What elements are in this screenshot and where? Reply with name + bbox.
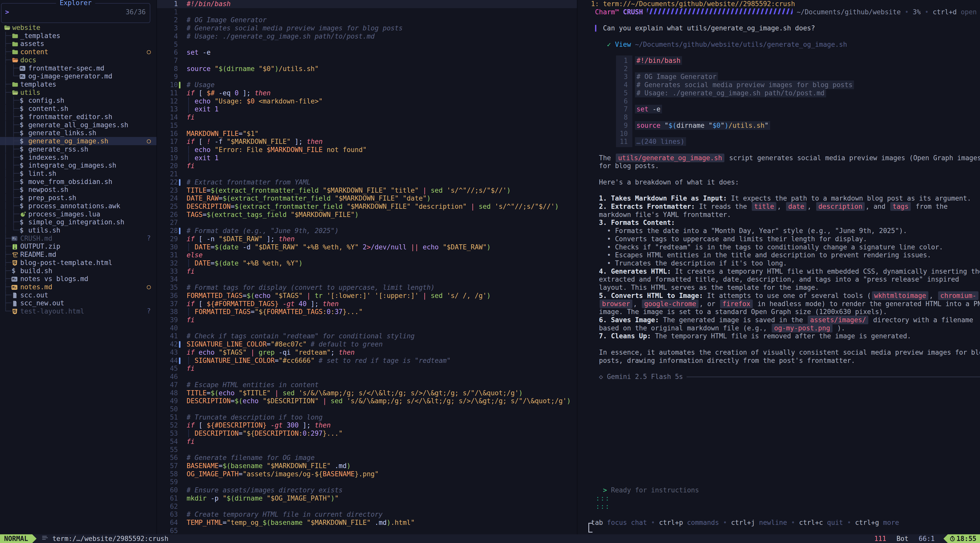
file-explorer-pane[interactable]: Explorer > 36/36 website├─_templates├─as…: [0, 0, 156, 534]
code-line[interactable]: 55: [157, 446, 577, 454]
tree-item-frontmatter-editor-sh[interactable]: │ ├─$frontmatter_editor.sh: [0, 113, 156, 121]
code-line[interactable]: 36FORMATTED_TAGS=$(echo "$TAGS" | tr '[:…: [157, 292, 577, 300]
code-line[interactable]: 21: [157, 170, 577, 178]
code-line[interactable]: 16MARKDOWN_FILE="$1": [157, 130, 577, 138]
code-line[interactable]: 45fi: [157, 365, 577, 373]
code-line[interactable]: 33fi: [157, 268, 577, 276]
tree-item-content-sh[interactable]: │ ├─$content.sh: [0, 105, 156, 113]
tree-item-output-zip[interactable]: ├─OUTPUT.zip: [0, 242, 156, 251]
code-line[interactable]: 30│ DATE=$(date -d "$DATE_RAW" "+%B %eth…: [157, 243, 577, 251]
code-line[interactable]: 27: [157, 219, 577, 227]
code-line[interactable]: 7: [157, 57, 577, 65]
code-line[interactable]: 60# Ensure assets/images directory exist…: [157, 486, 577, 494]
tree-item-scc-out[interactable]: ├─scc.out: [0, 291, 156, 299]
tree-item-templates[interactable]: ├─templates: [0, 80, 156, 89]
code-line[interactable]: 34: [157, 275, 577, 284]
code-line[interactable]: 1#!/bin/bash: [157, 0, 577, 8]
code-line[interactable]: 35# Format tags for display (convert to …: [157, 284, 577, 292]
tree-item-newpost-sh[interactable]: │ ├─$newpost.sh: [0, 186, 156, 194]
code-line[interactable]: 49DESCRIPTION=$(echo "$DESCRIPTION" | se…: [157, 397, 577, 405]
tree-item--templates[interactable]: ├─_templates: [0, 32, 156, 40]
code-line[interactable]: 6set -e: [157, 49, 577, 57]
code-line[interactable]: 17if [ ! -f "$MARKDOWN_FILE" ]; then: [157, 138, 577, 146]
tree-item-generate-og-image-sh[interactable]: │ ├─$generate_og_image.sh○: [0, 137, 156, 145]
code-line[interactable]: 61mkdir -p "$(dirname "$OG_IMAGE_PATH")": [157, 494, 577, 503]
tree-item-scc-new-out[interactable]: ├─scc_new.out: [0, 299, 156, 307]
code-line[interactable]: 2# OG Image Generator: [157, 16, 577, 24]
code-line[interactable]: 26TAGS=$(extract_tags_field "$MARKDOWN_F…: [157, 211, 577, 219]
code-line[interactable]: 29if [ -n "$DATE_RAW" ]; then: [157, 235, 577, 243]
tree-item-frontmatter-spec-md[interactable]: │ ├─M↓frontmatter-spec.md: [0, 64, 156, 72]
code-line[interactable]: 1: [157, 8, 577, 16]
code-line[interactable]: 31else: [157, 251, 577, 259]
code-line[interactable]: 42SIGNATURE_LINE_COLOR="#8ec07c" # defau…: [157, 340, 577, 349]
tree-item-test-layout-html[interactable]: └─test-layout.html?: [0, 307, 156, 315]
code-line[interactable]: 14fi: [157, 113, 577, 122]
code-line[interactable]: 59: [157, 478, 577, 486]
tree-item-website[interactable]: website: [0, 24, 156, 32]
tree-item-generate-all-og-images-sh[interactable]: │ ├─$generate_all_og_images.sh: [0, 121, 156, 129]
code-line[interactable]: 53│ DESCRIPTION="${DESCRIPTION:0:297}...…: [157, 430, 577, 438]
tree-item-build-sh[interactable]: ├─$build.sh: [0, 267, 156, 275]
tree-item-lint-sh[interactable]: │ ├─$lint.sh: [0, 170, 156, 178]
tree-item-utils-sh[interactable]: │ └─$utils.sh: [0, 226, 156, 234]
code-line[interactable]: 32│ DATE=$(date "+%B %eth, %Y"): [157, 259, 577, 268]
tree-item-readme-md[interactable]: ├─README.md: [0, 251, 156, 259]
code-line[interactable]: 63# Create temporary HTML file in curren…: [157, 511, 577, 519]
code-line[interactable]: 5: [157, 41, 577, 49]
code-line[interactable]: 23TITLE=$(extract_frontmatter_field "$MA…: [157, 187, 577, 195]
code-line[interactable]: 11if [ $# -eq 0 ]; then: [157, 89, 577, 97]
editor-pane[interactable]: 1#!/bin/bash12# OG Image Generator3# Gen…: [157, 0, 577, 534]
code-line[interactable]: 38│ FORMATTED_TAGS="${FORMATTED_TAGS:0:3…: [157, 308, 577, 316]
tree-item-docs[interactable]: ├─docs: [0, 56, 156, 64]
code-line[interactable]: 19│ exit 1: [157, 154, 577, 162]
crush-input-line[interactable]: > Ready for instructions: [591, 486, 980, 494]
tree-item-blog-post-template-html[interactable]: ├─blog-post-template.html: [0, 259, 156, 267]
tree-item-config-sh[interactable]: │ ├─$config.sh: [0, 96, 156, 105]
tree-item-notes-md[interactable]: ├─M↓notes.md○: [0, 283, 156, 291]
code-line[interactable]: 46: [157, 373, 577, 381]
tree-item-og-image-generator-md[interactable]: │ └─M↓og-image-generator.md: [0, 72, 156, 80]
tree-item-generate-links-sh[interactable]: │ ├─$generate_links.sh: [0, 129, 156, 137]
code-line[interactable]: 28# Format date (e.g., "June 9th, 2025"): [157, 227, 577, 235]
code-line[interactable]: 43if echo "$TAGS" | grep -qi "redteam"; …: [157, 349, 577, 357]
tree-item-move-from-obsidian-sh[interactable]: │ ├─$move_from_obsidian.sh: [0, 178, 156, 186]
code-line[interactable]: 24DATE_RAW=$(extract_frontmatter_field "…: [157, 194, 577, 203]
code-line[interactable]: 3# Generates social media preview images…: [157, 24, 577, 32]
tree-item-content[interactable]: ├─content○: [0, 48, 156, 56]
tree-item-utils[interactable]: ├─utils: [0, 89, 156, 97]
tree-item-assets[interactable]: ├─assets: [0, 40, 156, 48]
tree-item-notes-vs-blogs-md[interactable]: ├─M↓notes vs blogs.md: [0, 275, 156, 283]
code-line[interactable]: 4# Usage: ./generate_og_image.sh path/to…: [157, 32, 577, 41]
code-line[interactable]: 22# Extract frontmatter from YAML: [157, 178, 577, 187]
code-line[interactable]: 50: [157, 405, 577, 413]
code-line[interactable]: 37if [ ${#FORMATTED_TAGS} -gt 40 ]; then: [157, 300, 577, 308]
code-line[interactable]: 51# Truncate description if too long: [157, 413, 577, 422]
tree-item-process-images-lua[interactable]: │ ├─process_images.lua: [0, 210, 156, 218]
code-line[interactable]: 52if [ ${#DESCRIPTION} -gt 300 ]; then: [157, 421, 577, 430]
tree-item-prep-post-sh[interactable]: │ ├─$prep_post.sh: [0, 194, 156, 202]
code-line[interactable]: 12│ echo "Usage: $0 <markdown-file>": [157, 97, 577, 106]
code-line[interactable]: 25DESCRIPTION=$(extract_frontmatter_fiel…: [157, 203, 577, 211]
code-line[interactable]: 9: [157, 73, 577, 81]
tree-item-integrate-og-images-sh[interactable]: │ ├─$integrate_og_images.sh: [0, 161, 156, 170]
code-line[interactable]: 48TITLE=$(echo "$TITLE" | sed 's/&/\&amp…: [157, 389, 577, 397]
tree-item-process-annotations-awk[interactable]: │ ├─$process_annotations.awk: [0, 202, 156, 210]
code-line[interactable]: 65: [157, 527, 577, 534]
code-line[interactable]: 40: [157, 324, 577, 332]
tree-item-indexes-sh[interactable]: │ ├─$indexes.sh: [0, 153, 156, 162]
code-line[interactable]: 58OG_IMAGE_PATH="assets/images/og-${BASE…: [157, 470, 577, 478]
code-line[interactable]: 47# Escape HTML entities in content: [157, 381, 577, 389]
tree-item-simple-og-integration-sh[interactable]: │ ├─$simple_og_integration.sh: [0, 218, 156, 226]
code-line[interactable]: 44│ SIGNATURE_LINE_COLOR="#cc6666" # set…: [157, 357, 577, 365]
code-line[interactable]: 54fi: [157, 438, 577, 446]
tree-item-crush-md[interactable]: ├─M↓CRUSH.md?: [0, 234, 156, 243]
code-line[interactable]: 20fi: [157, 162, 577, 170]
code-line[interactable]: 8source "$(dirname "$0")/utils.sh": [157, 65, 577, 73]
explorer-filter-box[interactable]: Explorer > 36/36: [1, 3, 150, 23]
crush-terminal-pane[interactable]: 1: term://~/Documents/github/website//29…: [578, 0, 980, 534]
code-line[interactable]: 10# Usage: [157, 81, 577, 89]
code-line[interactable]: 62: [157, 503, 577, 511]
code-line[interactable]: 64TEMP_HTML="temp_og_$(basename "$MARKDO…: [157, 519, 577, 527]
code-line[interactable]: 39fi: [157, 316, 577, 324]
